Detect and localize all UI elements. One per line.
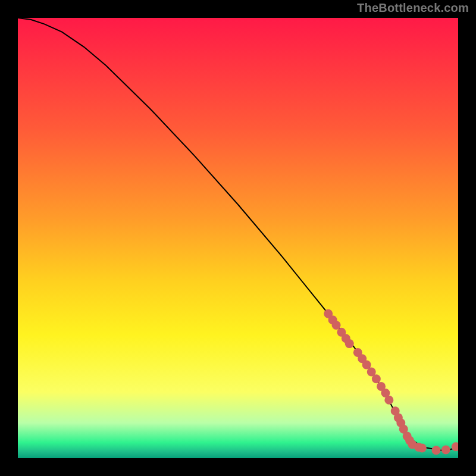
bottleneck-chart xyxy=(0,0,476,476)
highlight-point xyxy=(432,446,441,455)
highlight-point xyxy=(418,443,427,452)
highlight-point xyxy=(384,396,393,405)
highlight-point xyxy=(441,445,450,454)
highlight-point xyxy=(345,339,354,348)
gradient-background xyxy=(18,18,458,458)
highlight-point xyxy=(452,442,461,451)
chart-stage: TheBottleneck.com xyxy=(0,0,476,476)
highlight-point xyxy=(372,374,381,383)
watermark-text: TheBottleneck.com xyxy=(357,1,469,15)
highlight-point xyxy=(332,321,341,330)
